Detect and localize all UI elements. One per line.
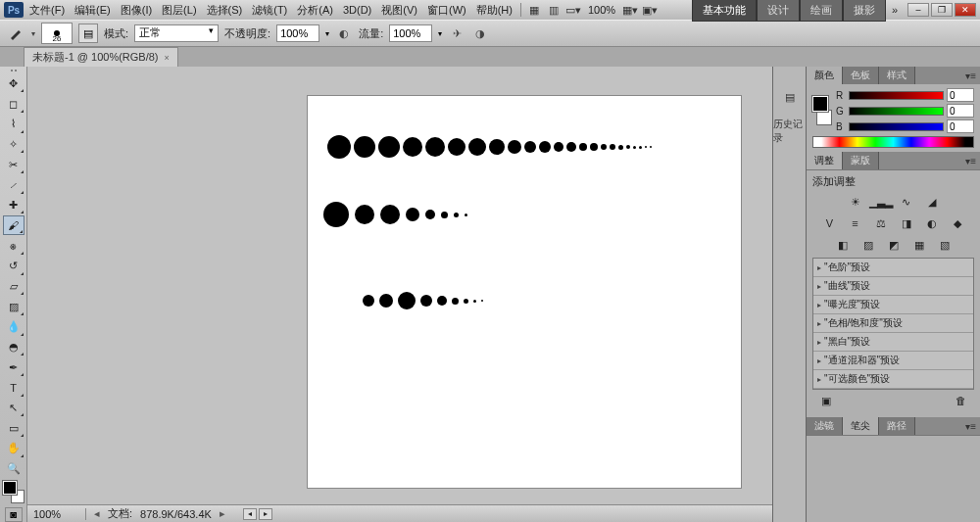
chevron-down-icon[interactable]: ▾ xyxy=(438,29,442,38)
menu-analysis[interactable]: 分析(A) xyxy=(293,1,337,20)
brush-tool[interactable]: 🖌 xyxy=(3,215,24,235)
preset-bw[interactable]: "黑白"预设 xyxy=(813,333,973,352)
brush-preset-picker[interactable]: 26 xyxy=(41,23,73,44)
minibridge-icon[interactable]: ▥ xyxy=(545,2,563,18)
preset-channel-mixer[interactable]: "通道混和器"预设 xyxy=(813,352,973,370)
move-tool[interactable]: ✥ xyxy=(3,74,24,94)
chevron-right-icon[interactable]: ▸ xyxy=(220,507,225,520)
panel-color-swatches[interactable] xyxy=(812,96,832,125)
threshold-icon[interactable]: ◩ xyxy=(884,236,904,254)
preset-curves[interactable]: "曲线"预设 xyxy=(813,277,973,296)
b-slider[interactable] xyxy=(849,122,944,131)
screen-mode-icon[interactable]: ▣▾ xyxy=(641,2,659,18)
tab-paths[interactable]: 路径 xyxy=(879,417,915,435)
status-zoom[interactable]: 100% xyxy=(33,508,86,520)
arrange-docs-icon[interactable]: ▦▾ xyxy=(621,2,639,18)
preset-exposure[interactable]: "曝光度"预设 xyxy=(813,296,973,314)
menu-select[interactable]: 选择(S) xyxy=(203,1,247,20)
h-scrollbar[interactable]: ◂▸ xyxy=(243,508,272,520)
chevron-down-icon[interactable]: ▾ xyxy=(31,29,35,38)
workspace-design[interactable]: 设计 xyxy=(757,0,800,22)
flow-input[interactable]: 100% xyxy=(389,24,432,42)
adjust-trash-icon[interactable]: 🗑 xyxy=(951,392,970,409)
tablet-opacity-icon[interactable]: ◐ xyxy=(335,24,353,42)
workspace-photo[interactable]: 摄影 xyxy=(843,0,886,22)
color-swatches[interactable] xyxy=(3,481,24,502)
workspace-painting[interactable]: 绘画 xyxy=(800,0,843,22)
workspace-more[interactable]: » xyxy=(886,1,904,19)
preset-hue-sat[interactable]: "色相/饱和度"预设 xyxy=(813,314,973,333)
toolbox-grip[interactable] xyxy=(5,69,23,73)
history-panel-label[interactable]: 历史记录 xyxy=(773,118,806,145)
tab-filter[interactable]: 滤镜 xyxy=(807,417,843,435)
panel-menu-icon[interactable]: ▾≡ xyxy=(961,421,980,432)
r-slider[interactable] xyxy=(849,91,944,100)
gradient-tool[interactable]: ▨ xyxy=(3,297,24,316)
document-tab[interactable]: 未标题-1 @ 100%(RGB/8) × xyxy=(24,47,178,67)
history-brush-tool[interactable]: ↺ xyxy=(3,257,24,276)
workspace-essentials[interactable]: 基本功能 xyxy=(692,0,757,22)
curves-icon[interactable]: ∿ xyxy=(897,193,916,211)
selective-color-icon[interactable]: ▧ xyxy=(935,236,955,254)
panel-menu-icon[interactable]: ▾≡ xyxy=(961,71,980,81)
tablet-size-icon[interactable]: ◑ xyxy=(471,24,489,42)
menu-layer[interactable]: 图层(L) xyxy=(158,1,200,20)
menu-3d[interactable]: 3D(D) xyxy=(339,2,375,18)
hue-sat-icon[interactable]: ≡ xyxy=(846,214,865,232)
brightness-contrast-icon[interactable]: ☀ xyxy=(846,193,865,211)
zoom-level[interactable]: 100% xyxy=(584,4,619,16)
photo-filter-icon[interactable]: ◐ xyxy=(922,214,942,232)
eyedropper-tool[interactable]: ⟋ xyxy=(3,175,24,195)
preset-selective-color[interactable]: "可选颜色"预设 xyxy=(813,370,973,389)
wand-tool[interactable]: ✧ xyxy=(3,135,24,155)
gradient-map-icon[interactable]: ▦ xyxy=(909,236,929,254)
stamp-tool[interactable]: ⎈ xyxy=(3,236,24,256)
panel-background-swatch[interactable] xyxy=(816,110,832,125)
vibrance-icon[interactable]: V xyxy=(820,214,840,232)
b-value[interactable]: 0 xyxy=(947,119,974,133)
marquee-tool[interactable]: ◻ xyxy=(3,94,24,114)
tab-adjustments[interactable]: 调整 xyxy=(807,152,843,169)
crop-tool[interactable]: ✂ xyxy=(3,155,24,174)
g-slider[interactable] xyxy=(849,107,944,116)
exposure-icon[interactable]: ◢ xyxy=(922,193,942,211)
view-extras-icon[interactable]: ▭▾ xyxy=(564,2,582,18)
chevron-left-icon[interactable]: ◂ xyxy=(94,507,100,520)
type-tool[interactable]: T xyxy=(3,378,24,398)
airbrush-icon[interactable]: ✈ xyxy=(448,24,466,42)
tab-color[interactable]: 颜色 xyxy=(807,67,843,84)
color-balance-icon[interactable]: ⚖ xyxy=(871,214,891,232)
blend-mode-select[interactable]: 正常 xyxy=(134,24,219,42)
panel-foreground-swatch[interactable] xyxy=(812,96,828,112)
dodge-tool[interactable]: ◓ xyxy=(3,338,24,357)
menu-filter[interactable]: 滤镜(T) xyxy=(248,1,291,20)
document-canvas[interactable] xyxy=(308,96,741,488)
tab-styles[interactable]: 样式 xyxy=(879,67,915,84)
g-value[interactable]: 0 xyxy=(947,104,974,118)
tab-masks[interactable]: 蒙版 xyxy=(843,152,879,169)
bridge-icon[interactable]: ▦ xyxy=(525,2,543,18)
channel-mixer-icon[interactable]: ◆ xyxy=(948,214,967,232)
menu-window[interactable]: 窗口(W) xyxy=(423,1,470,20)
posterize-icon[interactable]: ▨ xyxy=(858,236,878,254)
bw-icon[interactable]: ◨ xyxy=(897,214,916,232)
levels-icon[interactable]: ▁▃▂ xyxy=(871,193,891,211)
menu-view[interactable]: 视图(V) xyxy=(377,1,421,20)
window-minimize[interactable]: – xyxy=(907,3,929,17)
chevron-down-icon[interactable]: ▾ xyxy=(325,29,329,38)
hand-tool[interactable]: ✋ xyxy=(3,439,24,458)
heal-tool[interactable]: ✚ xyxy=(3,196,24,215)
eraser-tool[interactable]: ▱ xyxy=(3,277,24,297)
blur-tool[interactable]: 💧 xyxy=(3,317,24,337)
quick-mask-toggle[interactable]: ◙ xyxy=(5,507,23,522)
opacity-input[interactable]: 100% xyxy=(276,24,319,42)
preset-levels[interactable]: "色阶"预设 xyxy=(813,259,973,277)
foreground-swatch[interactable] xyxy=(3,481,17,495)
zoom-tool[interactable]: 🔍 xyxy=(3,459,24,479)
menu-edit[interactable]: 编辑(E) xyxy=(71,1,115,20)
path-select-tool[interactable]: ↖ xyxy=(3,399,24,418)
window-close[interactable]: ✕ xyxy=(955,3,976,17)
invert-icon[interactable]: ◧ xyxy=(833,236,853,254)
close-icon[interactable]: × xyxy=(165,53,170,63)
menu-file[interactable]: 文件(F) xyxy=(25,1,69,20)
